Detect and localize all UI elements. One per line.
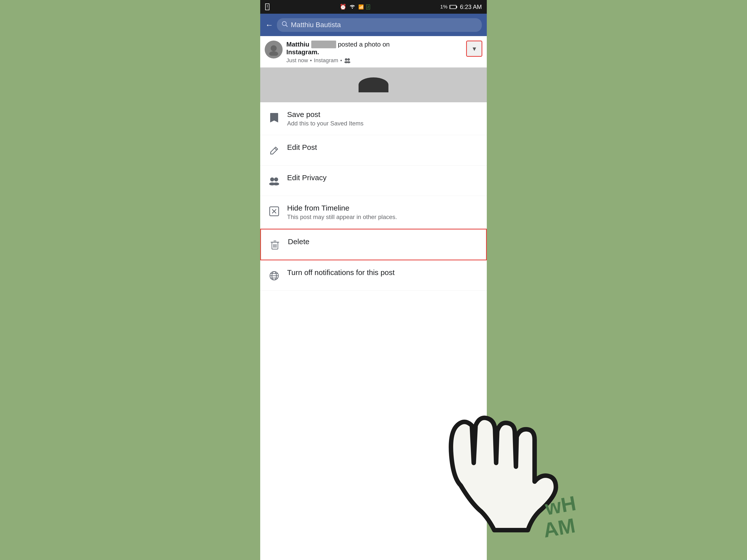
avatar	[265, 41, 283, 58]
battery-icon	[449, 5, 457, 9]
menu-item-edit-privacy[interactable]: Edit Privacy	[260, 165, 487, 196]
search-bar[interactable]: Matthiu Bautista	[277, 18, 482, 32]
battery-fill	[450, 6, 450, 8]
battery-alert-icon: !	[265, 3, 269, 10]
svg-point-3	[271, 45, 277, 51]
friends-icon	[344, 58, 351, 63]
signal-icon: 📶	[358, 4, 364, 10]
svg-point-5	[345, 58, 347, 61]
trash-icon	[268, 238, 282, 251]
post-platform: Instagram	[286, 48, 317, 56]
menu-item-edit-post[interactable]: Edit Post	[260, 135, 487, 165]
post-action-text: posted a photo on	[338, 41, 390, 48]
back-button[interactable]: ←	[265, 20, 273, 30]
svg-point-13	[273, 182, 279, 185]
pencil-icon	[267, 143, 281, 157]
delete-text: Delete	[288, 237, 479, 246]
battery-percent: 1%	[440, 4, 447, 10]
post-image-circle	[359, 77, 388, 92]
svg-point-0	[352, 8, 353, 9]
background-right	[487, 0, 747, 560]
globe-icon	[267, 269, 281, 283]
save-post-title: Save post	[287, 110, 480, 119]
people-icon	[267, 174, 281, 188]
edit-post-title: Edit Post	[287, 143, 480, 152]
svg-point-8	[347, 61, 350, 63]
post-info: Matthiu posted a photo on Instagram. Jus…	[286, 41, 482, 64]
notifications-title: Turn off notifications for this post	[287, 268, 480, 277]
menu-item-hide-timeline[interactable]: Hide from Timeline This post may still a…	[260, 196, 487, 229]
post-name-text: Matthiu	[286, 41, 309, 48]
delete-title: Delete	[288, 237, 479, 246]
phone-frame: ! ⏰ 📶 2 1% 6:23 AM	[260, 0, 487, 560]
post-source: Instagram	[314, 57, 338, 64]
svg-line-2	[286, 25, 287, 27]
status-bar-center: ⏰ 📶 2	[340, 3, 370, 10]
status-bar-left: !	[265, 3, 269, 10]
save-post-subtitle: Add this to your Saved Items	[287, 120, 480, 127]
post-author: Matthiu posted a photo on Instagram.	[286, 41, 482, 56]
edit-post-text: Edit Post	[287, 143, 480, 152]
bookmark-icon	[267, 111, 281, 125]
post-image	[260, 68, 487, 102]
hide-timeline-text: Hide from Timeline This post may still a…	[287, 204, 480, 220]
post-meta: Just now • Instagram •	[286, 57, 482, 64]
dropdown-button[interactable]: ▾	[466, 41, 482, 57]
time: 6:23 AM	[460, 3, 482, 10]
menu-item-save-post[interactable]: Save post Add this to your Saved Items	[260, 102, 487, 135]
search-query: Matthiu Bautista	[291, 21, 341, 29]
status-bar-right: 1% 6:23 AM	[440, 3, 482, 10]
svg-point-10	[270, 178, 274, 182]
alarm-icon: ⏰	[340, 4, 346, 10]
background-left	[0, 0, 260, 560]
dropdown-arrow-icon: ▾	[472, 45, 476, 53]
wifi-icon	[349, 3, 356, 10]
x-box-icon	[267, 204, 281, 218]
search-icon	[281, 21, 288, 29]
save-post-text: Save post Add this to your Saved Items	[287, 110, 480, 127]
menu-item-delete[interactable]: Delete	[260, 229, 487, 260]
status-bar: ! ⏰ 📶 2 1% 6:23 AM	[260, 0, 487, 14]
edit-privacy-text: Edit Privacy	[287, 174, 480, 182]
svg-point-11	[274, 178, 278, 182]
notifications-text: Turn off notifications for this post	[287, 268, 480, 277]
svg-point-6	[347, 58, 350, 61]
svg-point-1	[282, 21, 286, 25]
hide-timeline-subtitle: This post may still appear in other plac…	[287, 214, 480, 220]
post-header: Matthiu posted a photo on Instagram. Jus…	[260, 36, 487, 68]
menu-item-notifications[interactable]: Turn off notifications for this post	[260, 260, 487, 291]
post-time: Just now	[286, 57, 308, 64]
hide-timeline-title: Hide from Timeline	[287, 204, 480, 212]
svg-point-4	[269, 51, 278, 56]
menu-list: Save post Add this to your Saved Items E…	[260, 102, 487, 560]
post-name-blurred	[311, 41, 336, 48]
svg-line-9	[275, 148, 277, 150]
data-icon: 2	[366, 4, 370, 9]
edit-privacy-title: Edit Privacy	[287, 174, 480, 182]
header: ← Matthiu Bautista	[260, 14, 487, 36]
